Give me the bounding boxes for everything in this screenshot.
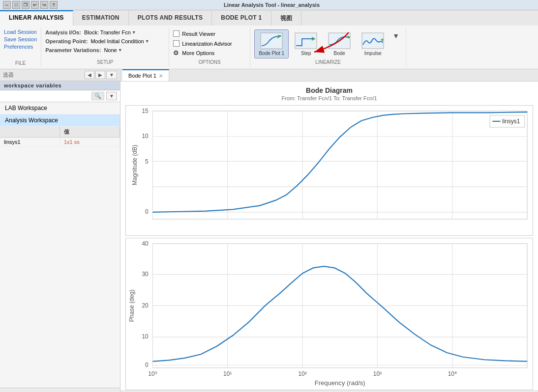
impulse-btn[interactable]: Impulse xyxy=(357,29,389,58)
phase-plot: 40 30 20 10 0 Phase (deg) 10⁰ 10¹ 10² xyxy=(125,238,533,390)
svg-text:15: 15 xyxy=(142,108,149,114)
setup-section: Analysis I/Os: Block: Transfer Fcn ▼ Ope… xyxy=(41,28,169,67)
window-title: Linear Analysis Tool - linear_analysis xyxy=(58,2,486,8)
svg-text:10²: 10² xyxy=(298,370,306,377)
more-options-label: More Options xyxy=(182,50,214,56)
help-btn[interactable]: ? xyxy=(50,1,58,9)
redo-btn[interactable]: ↪ xyxy=(40,1,48,9)
svg-text:Magnitude (dB): Magnitude (dB) xyxy=(131,145,138,186)
analysis-ios-value[interactable]: Block: Transfer Fcn ▼ xyxy=(84,29,136,35)
workspace-variables-label: workspace variables xyxy=(0,81,120,90)
svg-rect-2 xyxy=(295,33,317,49)
tab-bar: Bode Plot 1 ✕ xyxy=(120,69,538,82)
magnitude-svg: 15 10 5 0 Magnitude (dB) linsys1 xyxy=(126,106,533,235)
sidebar-toolbar: 选器 ◀ ▶ ▼ xyxy=(0,69,120,81)
svg-text:linsys1: linsys1 xyxy=(502,118,520,125)
bode-plot-1-icon xyxy=(260,32,283,50)
tab-close-btn[interactable]: ✕ xyxy=(159,73,163,79)
tab-bode-plot-1[interactable]: BODE PLOT 1 xyxy=(212,10,271,26)
impulse-btn-label: Impulse xyxy=(364,51,382,56)
sidebar-bottom-label: able Preview xyxy=(0,388,120,392)
tab-plots-results[interactable]: PLOTS AND RESULTS xyxy=(129,10,212,26)
more-arrow-icon: ▼ xyxy=(392,32,399,40)
svg-text:10¹: 10¹ xyxy=(223,370,232,377)
svg-text:40: 40 xyxy=(142,240,149,247)
svg-text:10: 10 xyxy=(142,333,149,340)
nav-buttons: ─ □ ❐ ↩ ↪ ? xyxy=(3,1,58,9)
bode-diagram-area: Bode Diagram From: Transfer Fcn/1 To: Tr… xyxy=(120,82,538,391)
result-viewer-checkbox[interactable] xyxy=(173,30,179,37)
param-variations-value[interactable]: None ▼ xyxy=(104,47,122,53)
var-value-header: 值 xyxy=(60,127,120,137)
svg-text:10⁰: 10⁰ xyxy=(148,370,157,377)
setup-section-label: SETUP xyxy=(45,58,165,65)
sidebar: 选器 ◀ ▶ ▼ workspace variables 🔍 ▼ LAB Wor… xyxy=(0,69,120,392)
file-section: Load Session Save Session Preferences FI… xyxy=(0,28,41,67)
minimize-btn[interactable]: ─ xyxy=(3,1,11,9)
sidebar-down-btn[interactable]: ▼ xyxy=(106,71,117,79)
tab-linear-analysis[interactable]: LINEAR ANALYSIS xyxy=(0,10,73,26)
more-linearize-btn[interactable]: ▼ xyxy=(390,29,402,42)
restore-btn[interactable]: ❐ xyxy=(22,1,30,9)
analysis-ios-label: Analysis I/Os: xyxy=(45,29,81,35)
param-variations-row: Parameter Variations: None ▼ xyxy=(45,47,122,53)
variable-table-header: 值 xyxy=(0,127,120,138)
svg-rect-4 xyxy=(329,33,350,49)
save-session-btn[interactable]: Save Session xyxy=(3,36,38,43)
linearization-advisor-option[interactable]: Linearization Advisor xyxy=(173,39,232,48)
search-bar: 🔍 ▼ xyxy=(0,90,120,102)
analysis-ios-arrow: ▼ xyxy=(132,30,136,35)
gear-icon: ⚙ xyxy=(173,49,179,56)
variable-row-linsys1[interactable]: linsys1 1x1 ss xyxy=(0,138,120,147)
linearization-advisor-label: Linearization Advisor xyxy=(182,41,232,47)
bode-plot-1-btn-label: Bode Plot 1 xyxy=(259,51,284,56)
undo-btn[interactable]: ↩ xyxy=(31,1,39,9)
bode-btn-label: Bode xyxy=(334,51,345,56)
impulse-icon xyxy=(361,32,385,50)
sidebar-spacer xyxy=(0,147,120,388)
magnitude-plot: 15 10 5 0 Magnitude (dB) linsys1 xyxy=(125,105,533,236)
window-chrome: ─ □ ❐ ↩ ↪ ? Linear Analysis Tool - linea… xyxy=(0,0,538,10)
options-section: Result Viewer Linearization Advisor ⚙ Mo… xyxy=(169,28,250,67)
operating-point-row: Operating Point: Model Initial Condition… xyxy=(45,38,149,44)
bode-diagram-subtitle: From: Transfer Fcn/1 To: Transfer Fcn/1 xyxy=(125,95,533,101)
maximize-btn[interactable]: □ xyxy=(12,1,20,9)
analysis-workspace-label: Analysis Workspace xyxy=(5,117,58,124)
step-icon xyxy=(294,32,318,50)
svg-text:20: 20 xyxy=(142,302,149,309)
linearize-section-label: LINEARIZE xyxy=(254,58,402,65)
linearize-section: Bode Plot 1 Step Bode xyxy=(250,28,406,67)
search-button[interactable]: 🔍 xyxy=(91,92,104,100)
result-viewer-option[interactable]: Result Viewer xyxy=(173,29,215,38)
step-btn[interactable]: Step xyxy=(290,29,322,58)
tab-estimation[interactable]: ESTIMATION xyxy=(73,10,129,26)
operating-point-label: Operating Point: xyxy=(45,38,88,44)
more-options-row[interactable]: ⚙ More Options xyxy=(173,49,214,56)
content-area: Bode Plot 1 ✕ Bode Diagram From: Transfe… xyxy=(120,69,538,392)
param-variations-arrow: ▼ xyxy=(118,48,122,53)
phase-svg: 40 30 20 10 0 Phase (deg) 10⁰ 10¹ 10² xyxy=(126,238,533,390)
sidebar-menu-btn[interactable]: ▼ xyxy=(106,92,117,100)
sidebar-left-btn[interactable]: ◀ xyxy=(85,71,94,79)
svg-rect-9 xyxy=(152,111,527,219)
load-session-btn[interactable]: Load Session xyxy=(3,28,38,35)
bode-plot-tab[interactable]: Bode Plot 1 ✕ xyxy=(122,69,169,81)
sidebar-right-btn[interactable]: ▶ xyxy=(95,71,105,79)
bode-btn[interactable]: Bode xyxy=(323,29,356,58)
lab-workspace-item[interactable]: LAB Workspace xyxy=(0,102,120,114)
linearization-advisor-checkbox[interactable] xyxy=(173,40,179,47)
file-buttons: Load Session Save Session Preferences xyxy=(3,28,38,50)
svg-text:Frequency  (rad/s): Frequency (rad/s) xyxy=(315,379,365,387)
operating-point-value[interactable]: Model Initial Condition ▼ xyxy=(90,38,149,44)
preferences-btn[interactable]: Preferences xyxy=(3,43,38,50)
tab-view[interactable]: 视图 xyxy=(271,10,302,26)
bode-plot-1-btn[interactable]: Bode Plot 1 xyxy=(254,29,289,58)
var-name-header xyxy=(0,127,60,137)
svg-text:10³: 10³ xyxy=(373,370,382,377)
var-value-cell: 1x1 ss xyxy=(60,138,120,146)
svg-text:0: 0 xyxy=(145,362,149,368)
analysis-workspace-item[interactable]: Analysis Workspace xyxy=(0,114,120,127)
result-viewer-label: Result Viewer xyxy=(182,31,215,37)
bode-plot-tab-label: Bode Plot 1 xyxy=(128,73,156,79)
search-input[interactable] xyxy=(3,93,90,99)
